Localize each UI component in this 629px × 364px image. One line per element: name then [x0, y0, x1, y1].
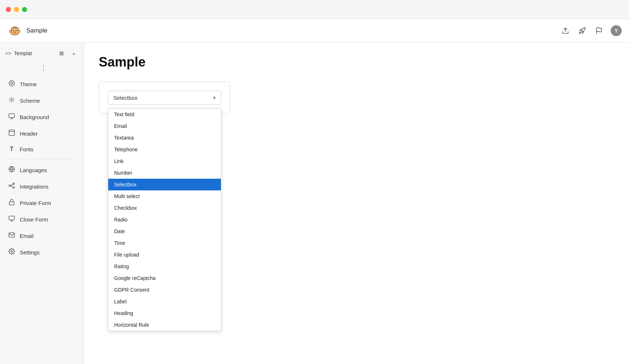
sidebar-item-label-fonts: Fonts: [20, 146, 34, 152]
dropdown-item-checkbox[interactable]: Checkbox: [108, 202, 221, 214]
svg-line-13: [11, 184, 13, 186]
dropdown-item-horizontal-rule[interactable]: Horizontal Rule: [108, 319, 221, 331]
sidebar-item-integrations[interactable]: Integrations: [3, 179, 81, 194]
dropdown-item-rating[interactable]: Rating: [108, 261, 221, 272]
languages-icon: [8, 166, 15, 174]
sidebar-item-background[interactable]: Background: [3, 109, 81, 125]
sidebar-item-settings[interactable]: Settings: [3, 244, 81, 260]
code-icon[interactable]: <>: [5, 50, 11, 56]
dropdown-item-textarea[interactable]: Textarea: [108, 132, 221, 144]
rocket-icon[interactable]: [577, 26, 587, 36]
flag-icon[interactable]: [594, 26, 604, 36]
dropdown-item-date[interactable]: Date: [108, 225, 221, 237]
sidebar-item-label-background: Background: [20, 114, 49, 120]
svg-point-3: [11, 82, 13, 84]
sidebar-item-label-theme: Theme: [20, 81, 37, 87]
svg-point-4: [11, 99, 12, 101]
dropdown-item-selectbox[interactable]: Selectbox: [108, 179, 221, 190]
dropdown-item-text-field[interactable]: Text field: [108, 109, 221, 120]
svg-line-14: [11, 186, 13, 187]
sidebar-more-icon[interactable]: ⋮: [3, 62, 84, 73]
upload-icon[interactable]: [560, 26, 570, 36]
theme-icon: [8, 80, 15, 88]
dropdown-item-link[interactable]: Link: [108, 155, 221, 167]
sidebar-item-label-scheme: Scheme: [20, 98, 40, 104]
header-icon: [8, 129, 15, 138]
content-area: Sample Selectbox ▾ Text fieldEmailTextar…: [84, 43, 629, 364]
maximize-button[interactable]: [22, 7, 27, 12]
sidebar-item-label-settings: Settings: [20, 249, 39, 255]
sidebar-item-private-form[interactable]: Private Form: [3, 195, 81, 211]
background-icon: [8, 113, 15, 121]
dropdown-item-gdpr-consent[interactable]: GDPR Consent: [108, 284, 221, 296]
dropdown-list: Text fieldEmailTextareaTelephoneLinkNumb…: [108, 108, 221, 331]
integrations-icon: [8, 182, 15, 191]
title-bar: [0, 0, 629, 19]
close-form-icon: [8, 215, 15, 224]
sidebar-item-label-integrations: Integrations: [20, 183, 48, 190]
svg-point-2: [9, 81, 15, 86]
sidebar-top: <> Templat ⊠ +: [0, 47, 84, 62]
sidebar-item-theme[interactable]: Theme: [3, 76, 81, 92]
svg-rect-15: [9, 202, 14, 205]
sidebar-item-header[interactable]: Header: [3, 126, 81, 141]
chevron-down-icon: ▾: [213, 95, 216, 101]
sidebar-nav: Theme Scheme Background Header: [0, 76, 84, 260]
sidebar-top-right: ⊠ +: [57, 49, 79, 58]
form-widget: Selectbox ▾ Text fieldEmailTextareaTelep…: [99, 81, 230, 114]
svg-rect-5: [9, 114, 15, 118]
app-header: 🐵 Sample Y: [0, 19, 629, 43]
add-tab-icon[interactable]: +: [69, 49, 79, 58]
dropdown-item-email[interactable]: Email: [108, 120, 221, 132]
fonts-icon: T: [8, 146, 15, 152]
close-button[interactable]: [6, 7, 11, 12]
svg-point-10: [9, 185, 11, 187]
email-icon: [8, 232, 15, 240]
selectbox-current-value: Selectbox: [113, 95, 138, 101]
dropdown-item-radio[interactable]: Radio: [108, 214, 221, 225]
user-avatar[interactable]: Y: [611, 25, 622, 36]
svg-point-18: [11, 251, 13, 253]
dropdown-item-time[interactable]: Time: [108, 237, 221, 249]
private-form-icon: [8, 199, 15, 207]
app-title: Sample: [26, 27, 560, 34]
traffic-lights: [6, 7, 27, 12]
svg-rect-6: [9, 130, 15, 136]
scheme-icon: [8, 96, 15, 105]
minimize-button[interactable]: [14, 7, 19, 12]
sidebar-item-email[interactable]: Email: [3, 228, 81, 244]
svg-rect-16: [9, 216, 15, 220]
sidebar: <> Templat ⊠ + ⋮ Theme Scheme: [0, 43, 84, 364]
svg-rect-17: [9, 233, 15, 237]
sidebar-item-languages[interactable]: Languages: [3, 162, 81, 178]
sidebar-item-label-email: Email: [20, 233, 34, 239]
selectbox-trigger[interactable]: Selectbox ▾: [108, 91, 221, 105]
dropdown-item-telephone[interactable]: Telephone: [108, 144, 221, 155]
sidebar-item-close-form[interactable]: Close Form: [3, 212, 81, 227]
dropdown-item-label[interactable]: Label: [108, 296, 221, 307]
settings-icon: [8, 248, 15, 257]
dropdown-item-google-recaptcha[interactable]: Google reCaptcha: [108, 272, 221, 284]
dropdown-item-file-upload[interactable]: File upload: [108, 249, 221, 261]
header-icons: Y: [560, 25, 622, 36]
app-logo: 🐵: [7, 23, 22, 38]
main-layout: <> Templat ⊠ + ⋮ Theme Scheme: [0, 43, 629, 364]
sidebar-item-label-header: Header: [20, 130, 38, 137]
sidebar-item-scheme[interactable]: Scheme: [3, 93, 81, 109]
svg-point-11: [13, 183, 15, 185]
sidebar-tab-label: Templat: [14, 50, 32, 56]
sidebar-item-label-private-form: Private Form: [20, 200, 51, 206]
svg-point-12: [13, 187, 15, 189]
sidebar-item-label-languages: Languages: [20, 167, 47, 173]
delete-tab-icon[interactable]: ⊠: [57, 49, 66, 58]
sidebar-item-label-close-form: Close Form: [20, 216, 48, 223]
page-title: Sample: [99, 54, 614, 70]
dropdown-item-number[interactable]: Number: [108, 167, 221, 179]
sidebar-top-left: <> Templat: [5, 50, 32, 56]
dropdown-item-multi-select[interactable]: Multi select: [108, 190, 221, 202]
dropdown-item-heading[interactable]: Heading: [108, 307, 221, 319]
sidebar-divider-1: [9, 159, 75, 159]
sidebar-item-fonts[interactable]: T Fonts: [3, 142, 81, 156]
